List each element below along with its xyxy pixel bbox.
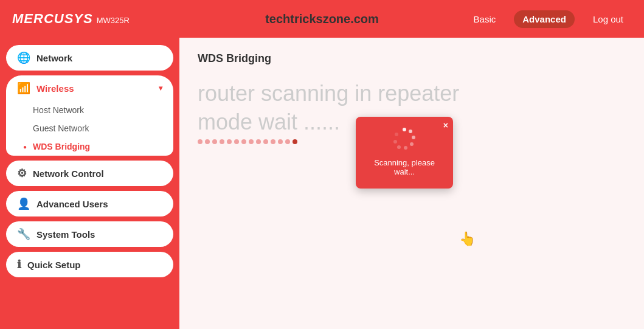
dot-12 <box>278 139 283 144</box>
spinner <box>392 126 417 151</box>
cursor: 👆 <box>459 231 476 247</box>
sidebar: 🌐 Network 📶 Wireless ▾ Host Network Gues… <box>0 38 179 329</box>
svg-point-6 <box>393 140 397 144</box>
logout-button[interactable]: Log out <box>584 10 632 28</box>
system-tools-label: System Tools <box>36 229 95 240</box>
svg-point-0 <box>403 128 406 131</box>
wireless-label: Wireless <box>36 83 74 94</box>
sidebar-item-network-control[interactable]: ⚙ Network Control <box>6 161 173 186</box>
logo-model: MW325R <box>97 16 130 25</box>
tools-icon: 🔧 <box>17 227 30 241</box>
main-layout: 🌐 Network 📶 Wireless ▾ Host Network Gues… <box>0 38 644 329</box>
chevron-down-icon: ▾ <box>159 84 162 92</box>
sidebar-item-system-tools[interactable]: 🔧 System Tools <box>6 221 173 247</box>
page-title: WDS Bridging <box>198 52 626 65</box>
advanced-users-label: Advanced Users <box>36 199 108 209</box>
wifi-icon: 📶 <box>17 81 30 95</box>
dot-10 <box>263 139 268 144</box>
dot-4 <box>220 139 224 144</box>
user-icon: 👤 <box>17 197 30 210</box>
sidebar-item-advanced-users[interactable]: 👤 Advanced Users <box>6 191 173 216</box>
svg-point-4 <box>404 146 407 150</box>
advanced-nav-button[interactable]: Advanced <box>514 10 575 28</box>
sidebar-item-wireless[interactable]: 📶 Wireless ▾ <box>6 75 173 101</box>
dot-1 <box>198 139 203 144</box>
sidebar-item-network[interactable]: 🌐 Network <box>6 45 173 71</box>
header: MERCUSYS MW325R techtrickszone.com Basic… <box>0 0 644 38</box>
wds-bridging-item[interactable]: WDS Bridging <box>6 137 173 156</box>
sliders-icon: ⚙ <box>17 167 27 180</box>
sidebar-item-quick-setup[interactable]: ℹ Quick Setup <box>6 252 173 277</box>
scan-modal: × Scanning, please wait... <box>356 117 453 189</box>
dot-13 <box>285 139 290 144</box>
svg-point-5 <box>397 145 401 149</box>
dot-7 <box>241 139 246 144</box>
network-control-label: Network Control <box>33 168 104 179</box>
guest-network-item[interactable]: Guest Network <box>6 119 173 137</box>
dot-8 <box>249 139 254 144</box>
quick-setup-label: Quick Setup <box>27 260 81 270</box>
dot-11 <box>271 139 275 144</box>
logo-mercusys: MERCUSYS <box>12 11 93 27</box>
dot-3 <box>212 139 217 144</box>
modal-close-button[interactable]: × <box>443 120 448 130</box>
network-label: Network <box>36 53 72 63</box>
dot-2 <box>205 139 210 144</box>
host-network-item[interactable]: Host Network <box>6 101 173 119</box>
svg-point-7 <box>395 133 398 136</box>
dot-6 <box>234 139 239 144</box>
svg-point-3 <box>410 142 414 146</box>
logo-area: MERCUSYS MW325R <box>12 11 130 27</box>
basic-nav-button[interactable]: Basic <box>465 10 505 28</box>
info-icon: ℹ <box>17 258 21 271</box>
content-area: WDS Bridging router scanning in repeater… <box>179 38 644 329</box>
globe-icon: 🌐 <box>17 51 30 64</box>
dot-5 <box>227 139 232 144</box>
svg-point-1 <box>409 130 412 133</box>
dot-9 <box>256 139 261 144</box>
modal-scanning-label: Scanning, please wait... <box>363 158 446 176</box>
wireless-submenu: Host Network Guest Network WDS Bridging <box>6 101 173 156</box>
svg-point-2 <box>412 136 415 139</box>
dot-14 <box>293 139 297 144</box>
watermark: techtrickszone.com <box>265 12 379 26</box>
nav-buttons: Basic Advanced Log out <box>465 10 632 28</box>
